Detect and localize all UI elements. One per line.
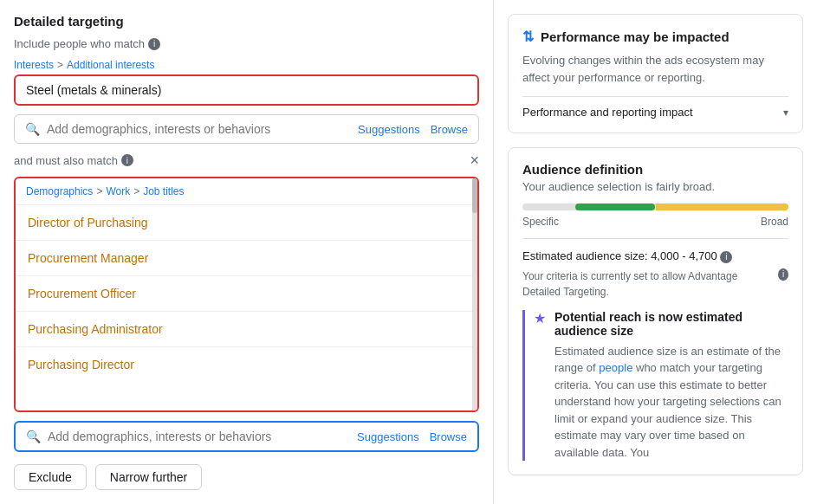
bottom-search-actions: Suggestions Browse xyxy=(357,430,467,443)
people-link[interactable]: people xyxy=(599,361,632,374)
chevron-down-icon[interactable]: ▾ xyxy=(783,107,788,119)
performance-title: ⇅ Performance may be impacted xyxy=(522,29,788,45)
must-match-bar: and must also match i × xyxy=(14,152,479,168)
scrollbar[interactable] xyxy=(472,178,477,410)
star-icon: ★ xyxy=(534,310,546,462)
suggestions-link[interactable]: Suggestions xyxy=(358,123,420,136)
section-title: Detailed targeting xyxy=(14,14,479,29)
bottom-actions: Exclude Narrow further xyxy=(14,464,479,490)
interests-section: Interests > Additional interests Steel (… xyxy=(14,59,479,106)
list-item[interactable]: Procurement Officer xyxy=(16,276,477,312)
divider xyxy=(522,238,788,239)
potential-reach-title: Potential reach is now estimated audienc… xyxy=(554,310,788,338)
list-item[interactable]: Purchasing Director xyxy=(16,347,477,382)
steel-tag[interactable]: Steel (metals & minerals) xyxy=(14,74,479,106)
search-input[interactable] xyxy=(47,122,351,136)
audience-title: Audience definition xyxy=(522,162,788,177)
exclude-button[interactable]: Exclude xyxy=(14,464,87,490)
est-size: Estimated audience size: 4,000 - 4,700 i xyxy=(522,249,788,263)
broad-label: Broad xyxy=(761,216,788,228)
interests-breadcrumb: Interests > Additional interests xyxy=(14,59,479,71)
bottom-search-bar: 🔍 Suggestions Browse xyxy=(14,421,479,452)
breadcrumb-sep3: > xyxy=(133,185,139,197)
job-titles-list: Director of Purchasing Procurement Manag… xyxy=(16,205,477,410)
work-link[interactable]: Work xyxy=(106,185,130,197)
performance-box: ⇅ Performance may be impacted Evolving c… xyxy=(508,14,803,133)
browse-link[interactable]: Browse xyxy=(431,123,468,136)
job-titles-breadcrumb: Demographics > Work > Job titles xyxy=(26,185,467,197)
search-actions: Suggestions Browse xyxy=(358,123,468,136)
audience-subtitle: Your audience selection is fairly broad. xyxy=(522,180,788,193)
scrollbar-thumb[interactable] xyxy=(472,178,477,213)
list-item[interactable]: Procurement Manager xyxy=(16,241,477,276)
breadcrumb-sep1: > xyxy=(57,59,63,71)
include-info-icon[interactable]: i xyxy=(148,38,160,50)
bottom-suggestions-link[interactable]: Suggestions xyxy=(357,430,419,443)
performance-impact-row[interactable]: Performance and reporting impact ▾ xyxy=(522,96,788,119)
breadcrumb-sep2: > xyxy=(96,185,102,197)
demographics-link[interactable]: Demographics xyxy=(26,185,93,197)
additional-interests-link[interactable]: Additional interests xyxy=(67,59,154,71)
criteria-text: Your criteria is currently set to allow … xyxy=(522,268,788,300)
include-label: Include people who match i xyxy=(14,37,479,50)
audience-bar-yellow xyxy=(656,204,789,210)
specific-label: Specific xyxy=(522,216,559,228)
audience-box: Audience definition Your audience select… xyxy=(508,147,803,475)
job-titles-box: Demographics > Work > Job titles Directo… xyxy=(14,177,479,412)
criteria-text-content: Your criteria is currently set to allow … xyxy=(522,268,775,300)
job-titles-link[interactable]: Job titles xyxy=(143,185,184,197)
performance-impact-label: Performance and reporting impact xyxy=(522,106,693,119)
must-match-text: and must also match xyxy=(14,154,118,167)
performance-icon: ⇅ xyxy=(522,29,534,45)
audience-bar xyxy=(522,204,788,210)
audience-bar-labels: Specific Broad xyxy=(522,216,788,228)
bottom-browse-link[interactable]: Browse xyxy=(430,430,467,443)
interests-link[interactable]: Interests xyxy=(14,59,54,71)
bottom-search-input[interactable] xyxy=(48,430,350,443)
must-match-info-icon[interactable]: i xyxy=(121,154,133,166)
list-item[interactable]: Director of Purchasing xyxy=(16,205,477,241)
potential-reach-content: Potential reach is now estimated audienc… xyxy=(554,310,788,462)
audience-bar-green xyxy=(575,204,655,210)
list-item[interactable]: Purchasing Administrator xyxy=(16,312,477,347)
include-label-text: Include people who match xyxy=(14,37,145,50)
bottom-search-icon: 🔍 xyxy=(26,430,41,443)
left-panel: Detailed targeting Include people who ma… xyxy=(0,0,494,504)
top-search-bar: 🔍 Suggestions Browse xyxy=(14,114,479,144)
est-size-info-icon[interactable]: i xyxy=(720,251,732,263)
performance-title-text: Performance may be impacted xyxy=(541,29,729,44)
criteria-info-icon[interactable]: i xyxy=(778,268,788,281)
job-titles-header: Demographics > Work > Job titles xyxy=(16,178,477,205)
right-panel: ⇅ Performance may be impacted Evolving c… xyxy=(494,0,817,504)
narrow-further-button[interactable]: Narrow further xyxy=(95,464,202,490)
search-icon: 🔍 xyxy=(25,122,40,136)
close-button[interactable]: × xyxy=(470,152,479,168)
potential-reach-box: ★ Potential reach is now estimated audie… xyxy=(522,310,788,462)
est-size-text: Estimated audience size: 4,000 - 4,700 xyxy=(522,249,717,262)
performance-desc: Evolving changes within the ads ecosyste… xyxy=(522,52,788,86)
potential-reach-desc: Estimated audience size is an estimate o… xyxy=(554,343,788,462)
